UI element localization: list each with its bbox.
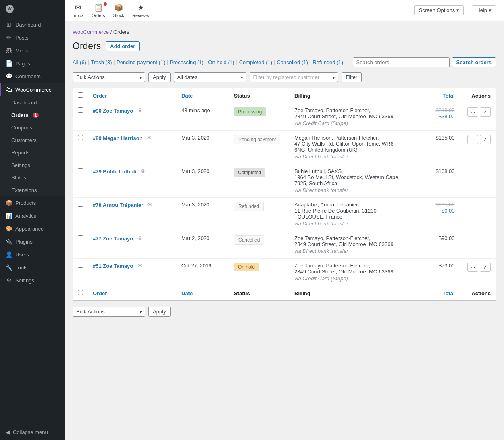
view-icon[interactable]: 👁 [140, 168, 146, 175]
sidebar-item-label: WooCommerce [15, 87, 52, 93]
woo-status-label: Status [11, 175, 26, 181]
action-complete-button[interactable]: ✓ [480, 263, 491, 272]
sidebar-item-label: Posts [15, 35, 29, 41]
order-column-header[interactable]: Order [88, 88, 177, 103]
date-footer-header[interactable]: Date [177, 286, 229, 301]
topbar: ✉ Inbox 📋 Orders 📦 Stock ★ Reviews Scree… [65, 0, 504, 21]
search-input[interactable] [353, 57, 450, 67]
sidebar-item-users[interactable]: 👤 Users [0, 248, 65, 261]
view-icon[interactable]: 👁 [146, 135, 152, 141]
sidebar-item-woo-orders[interactable]: Orders 1 [0, 109, 65, 121]
sidebar-item-woo-extensions[interactable]: Extensions [0, 184, 65, 196]
filter-cancelled[interactable]: Cancelled (1) [277, 59, 308, 65]
row-checkbox[interactable] [78, 107, 83, 113]
total-actual[interactable]: $0.00 [416, 208, 455, 214]
topbar-inbox[interactable]: ✉ Inbox [73, 3, 83, 18]
action-dots-button[interactable]: ··· [467, 135, 478, 144]
date-select[interactable]: All dates [174, 72, 246, 82]
sidebar-item-woo-coupons[interactable]: Coupons [0, 121, 65, 134]
action-dots-button[interactable]: ··· [467, 107, 478, 117]
topbar-orders[interactable]: 📋 Orders [92, 3, 105, 18]
order-date: Oct 27, 2019 [177, 259, 229, 286]
order-link[interactable]: #79 Buhle Luthuli [93, 169, 136, 175]
filter-refunded[interactable]: Refunded (1) [312, 59, 343, 65]
sidebar-item-woo-customers[interactable]: Customers [0, 134, 65, 146]
sidebar-item-analytics[interactable]: 📊 Analytics [0, 209, 65, 222]
sidebar-item-woo-settings[interactable]: Settings [0, 159, 65, 171]
bulk-actions-select[interactable]: Bulk Actions [73, 72, 145, 82]
filter-onhold[interactable]: On hold (1) [208, 59, 234, 65]
action-complete-button[interactable]: ✓ [480, 135, 491, 144]
view-icon[interactable]: 👁 [137, 235, 143, 242]
sidebar-item-woo-reports[interactable]: Reports [0, 146, 65, 159]
sidebar-item-woo-dashboard[interactable]: Dashboard [0, 96, 65, 109]
date-column-header[interactable]: Date [177, 88, 229, 103]
billing-info: Zoe Tamayo, Patterson-Fletcher,2349 Cour… [289, 103, 411, 131]
sidebar-item-products[interactable]: 📦 Products [0, 196, 65, 209]
screen-options-button[interactable]: Screen Options ▾ [414, 5, 464, 15]
row-checkbox[interactable] [78, 135, 83, 140]
breadcrumb-woocommerce[interactable]: WooCommerce [73, 29, 109, 35]
filter-button[interactable]: Filter [342, 72, 362, 82]
sidebar-item-tools[interactable]: 🔧 Tools [0, 261, 65, 274]
customer-filter-select[interactable]: Filter by registered customer [250, 72, 338, 82]
filter-completed[interactable]: Completed (1) [239, 59, 272, 65]
orders-topbar-badge [104, 2, 107, 6]
filter-trash[interactable]: Trash (3) [91, 59, 112, 65]
sidebar-item-woo-status[interactable]: Status [0, 171, 65, 184]
action-dots-button[interactable]: ··· [467, 263, 478, 272]
appearance-icon: 🎨 [6, 225, 12, 232]
sidebar-item-appearance[interactable]: 🎨 Appearance [0, 222, 65, 235]
sidebar-item-settings[interactable]: ⚙ Settings [0, 274, 65, 287]
total-column-header[interactable]: Total [411, 88, 460, 103]
sidebar-item-comments[interactable]: 💬 Comments [0, 70, 65, 83]
order-link[interactable]: #51 Zoe Tamayo [93, 263, 133, 269]
action-complete-button[interactable]: ✓ [480, 107, 491, 117]
order-date: Mar 3, 2020 [177, 164, 229, 198]
row-checkbox[interactable] [78, 168, 83, 173]
filter-processing[interactable]: Processing (1) [170, 59, 204, 65]
order-link[interactable]: #77 Zoe Tamayo [93, 236, 133, 242]
order-link[interactable]: #78 Arnou Trépanier [93, 202, 143, 208]
order-link[interactable]: #80 Megan Harrison [93, 135, 143, 141]
sidebar-item-dashboard[interactable]: ⊞ Dashboard [0, 18, 65, 31]
collapse-menu[interactable]: ◀ Collapse menu [0, 424, 65, 440]
view-icon[interactable]: 👁 [137, 107, 143, 114]
collapse-label: Collapse menu [13, 429, 48, 435]
search-orders-button[interactable]: Search orders [452, 57, 496, 67]
view-icon[interactable]: 👁 [137, 263, 143, 269]
help-button[interactable]: Help ▾ [472, 5, 496, 15]
sidebar-item-label: Analytics [15, 213, 36, 219]
topbar-stock[interactable]: 📦 Stock [113, 3, 125, 18]
total-amount: $135.00 [436, 135, 455, 141]
sidebar-item-pages[interactable]: 📄 Pages [0, 57, 65, 70]
chevron-down-icon: ▾ [456, 7, 459, 13]
filter-all[interactable]: All (6) [73, 59, 86, 65]
row-checkbox[interactable] [78, 263, 83, 268]
order-link[interactable]: #90 Zoe Tamayo [93, 108, 133, 114]
reviews-icon: ★ [137, 3, 144, 12]
filter-pending[interactable]: Pending payment (1) [117, 59, 165, 65]
table-row: #90 Zoe Tamayo 👁48 mins agoProcessingZoe… [73, 103, 496, 131]
row-checkbox[interactable] [78, 235, 83, 240]
row-checkbox[interactable] [78, 202, 83, 207]
total-footer-header[interactable]: Total [411, 286, 460, 301]
sidebar-item-media[interactable]: 🖼 Media [0, 44, 65, 57]
bulk-actions-bottom-select[interactable]: Bulk Actions [73, 307, 145, 317]
orders-table: Order Date Status Billing Total Actions … [73, 88, 496, 301]
select-all-checkbox[interactable] [78, 92, 83, 98]
sidebar-item-plugins[interactable]: 🔌 Plugins [0, 235, 65, 248]
topbar-reviews[interactable]: ★ Reviews [132, 3, 149, 18]
sidebar-item-posts[interactable]: ✏ Posts [0, 31, 65, 44]
apply-bottom-button[interactable]: Apply [148, 307, 171, 317]
add-order-button[interactable]: Add order [106, 41, 140, 51]
select-all-checkbox-bottom[interactable] [78, 290, 83, 295]
total-actual[interactable]: $38.00 [416, 113, 455, 119]
order-footer-header[interactable]: Order [88, 286, 177, 301]
table-row: #78 Arnou Trépanier 👁Mar 3, 2020Refunded… [73, 198, 496, 231]
apply-button[interactable]: Apply [148, 72, 171, 82]
order-date: Mar 3, 2020 [177, 131, 229, 164]
view-icon[interactable]: 👁 [147, 202, 153, 208]
order-actions [460, 198, 496, 231]
sidebar-item-woocommerce[interactable]: 🛍 WooCommerce [0, 83, 65, 96]
